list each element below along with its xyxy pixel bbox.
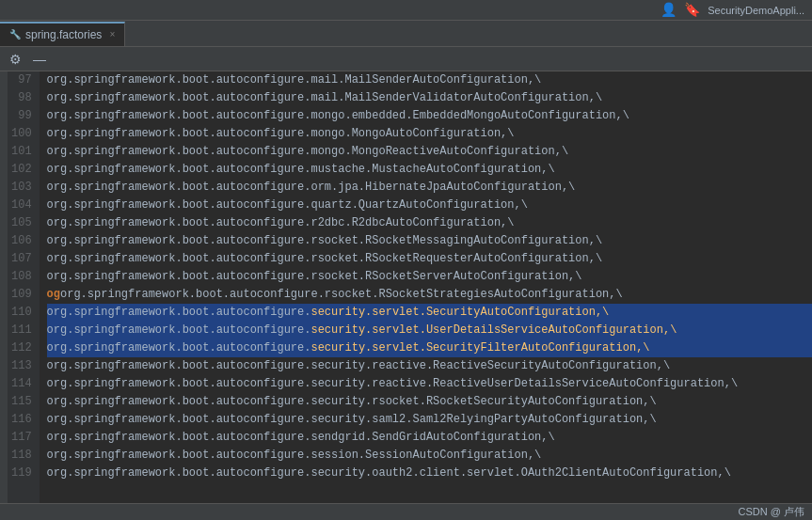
code-line: org.springframework.boot.autoconfigure.r… [47, 250, 812, 268]
code-line: org.springframework.boot.autoconfigure.m… [47, 161, 812, 179]
line-number: 118 [11, 447, 32, 465]
code-line: org.springframework.boot.autoconfigure.s… [47, 429, 812, 447]
code-line: org.springframework.boot.autoconfigure.s… [47, 375, 812, 393]
code-content[interactable]: org.springframework.boot.autoconfigure.m… [40, 71, 812, 503]
code-line: org.springframework.boot.autoconfigure.s… [47, 357, 812, 375]
line-number: 112 [11, 339, 32, 357]
line-number: 97 [11, 71, 32, 89]
line-number: 111 [11, 322, 32, 339]
user-icon[interactable]: 👤 [661, 2, 677, 18]
top-bar-right: 👤 🔖 SecurityDemoAppli... [661, 2, 804, 18]
code-line: org.springframework.boot.autoconfigure.s… [47, 447, 812, 465]
code-line: org.springframework.boot.autoconfigure.r… [47, 214, 812, 232]
code-line: org.springframework.boot.autoconfigure.o… [47, 179, 812, 197]
code-line: org.springframework.boot.autoconfigure.m… [47, 89, 812, 107]
line-number: 115 [11, 393, 32, 411]
line-number: 98 [11, 89, 32, 107]
top-bar: 👤 🔖 SecurityDemoAppli... [0, 0, 812, 21]
line-number: 116 [11, 411, 32, 429]
line-number: 105 [11, 214, 32, 232]
spring-factories-tab[interactable]: 🔧 spring.factories × [0, 22, 125, 46]
line-number: 106 [11, 232, 32, 250]
code-line: org.springframework.boot.autoconfigure.m… [47, 125, 812, 143]
code-line: org.springframework.boot.autoconfigure.s… [47, 339, 812, 357]
line-number: 109 [11, 286, 32, 304]
nav-icon[interactable]: 🔖 [684, 2, 700, 18]
line-number: 119 [11, 465, 32, 482]
code-line: org.springframework.boot.autoconfigure.q… [47, 197, 812, 214]
minus-button[interactable]: — [29, 50, 50, 69]
bottom-bar: CSDN @ 卢伟 [0, 503, 812, 520]
line-number: 113 [11, 357, 32, 375]
code-line: org.springframework.boot.autoconfigure.m… [47, 143, 812, 161]
line-number: 110 [11, 304, 32, 322]
code-line: org.springframework.boot.autoconfigure.r… [47, 232, 812, 250]
line-numbers: 9798991001011021031041051061071081091101… [8, 71, 40, 503]
line-number: 107 [11, 250, 32, 268]
line-number: 99 [11, 107, 32, 125]
tab-label: spring.factories [25, 28, 102, 41]
line-number: 102 [11, 161, 32, 179]
file-icon: 🔧 [9, 29, 21, 40]
editor-area: 9798991001011021031041051061071081091101… [0, 71, 812, 503]
code-line: org.springframework.boot.autoconfigure.m… [47, 107, 812, 125]
code-line: org.springframework.boot.autoconfigure.s… [47, 465, 812, 482]
code-line: ogorg.springframework.boot.autoconfigure… [47, 286, 812, 304]
line-number: 101 [11, 143, 32, 161]
code-line: org.springframework.boot.autoconfigure.s… [47, 322, 812, 339]
line-number: 108 [11, 268, 32, 286]
tab-close-btn[interactable]: × [109, 30, 115, 40]
code-line: org.springframework.boot.autoconfigure.s… [47, 304, 812, 322]
line-number: 114 [11, 375, 32, 393]
tab-bar: 🔧 spring.factories × [0, 21, 812, 47]
code-line: org.springframework.boot.autoconfigure.r… [47, 268, 812, 286]
watermark: CSDN @ 卢伟 [739, 505, 804, 519]
line-number: 100 [11, 125, 32, 143]
line-number: 104 [11, 197, 32, 214]
code-line: org.springframework.boot.autoconfigure.m… [47, 71, 812, 89]
line-number: 117 [11, 429, 32, 447]
code-line: org.springframework.boot.autoconfigure.s… [47, 393, 812, 411]
toolbar: ⚙ — [0, 47, 812, 71]
breadcrumb: SecurityDemoAppli... [708, 5, 804, 16]
code-line: org.springframework.boot.autoconfigure.s… [47, 411, 812, 429]
gear-button[interactable]: ⚙ [6, 50, 25, 69]
line-number: 103 [11, 179, 32, 197]
left-gutter [0, 71, 8, 503]
